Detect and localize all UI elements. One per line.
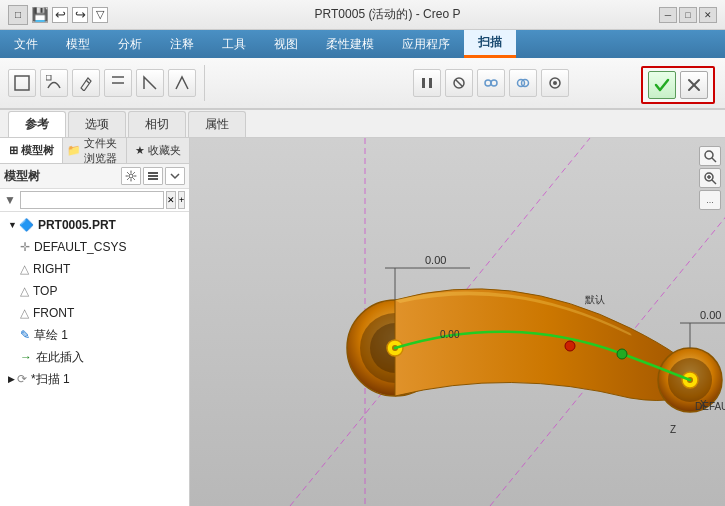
tree-item-sketch1[interactable]: ✎ 草绘 1 (0, 324, 189, 346)
panel-tab-favorites[interactable]: ★ 收藏夹 (127, 138, 189, 163)
redo-icon[interactable]: ↪ (72, 7, 88, 23)
tab-tangent[interactable]: 相切 (128, 111, 186, 137)
sweep-expand-arrow: ▶ (8, 374, 15, 384)
tree-item-root-label: PRT0005.PRT (38, 218, 116, 232)
tab-reference[interactable]: 参考 (8, 111, 66, 137)
ribbon-sep-1 (204, 65, 205, 101)
menu-annotation[interactable]: 注释 (156, 30, 208, 58)
svg-line-2 (86, 80, 89, 83)
tree-item-front[interactable]: △ FRONT (0, 302, 189, 324)
search-input[interactable] (20, 191, 164, 209)
svg-text:Z: Z (670, 424, 676, 435)
menu-model[interactable]: 模型 (52, 30, 104, 58)
window-controls[interactable]: ─ □ ✕ (659, 7, 717, 23)
svg-rect-3 (422, 78, 425, 88)
menu-scan[interactable]: 扫描 (464, 30, 516, 58)
search-add-btn[interactable]: + (178, 191, 185, 209)
zoom-out-btn[interactable]: ... (699, 190, 721, 210)
right-mini-toolbar: ... (699, 146, 721, 210)
stop-btn[interactable] (445, 69, 473, 97)
undo-icon[interactable]: ↩ (52, 7, 68, 23)
zoom-fit-btn[interactable] (699, 146, 721, 166)
front-plane-icon: △ (20, 306, 29, 320)
reference-btn[interactable] (477, 69, 505, 97)
tree-item-root[interactable]: ▼ 🔷 PRT0005.PRT (0, 214, 189, 236)
menu-file[interactable]: 文件 (0, 30, 52, 58)
tree-item-csys-label: DEFAULT_CSYS (34, 240, 126, 254)
menu-view[interactable]: 视图 (260, 30, 312, 58)
search-row: ▼ ✕ + (0, 189, 189, 212)
panel-tab-filebrowser-label: 文件夹浏览器 (84, 136, 121, 166)
panel-tab-favorites-label: 收藏夹 (148, 143, 181, 158)
search-clear-btn[interactable]: ✕ (166, 191, 176, 209)
svg-point-45 (705, 151, 713, 159)
insert-icon: → (20, 350, 32, 364)
panel-tab-modeltree[interactable]: ⊞ 模型树 (0, 138, 63, 163)
menu-flex[interactable]: 柔性建模 (312, 30, 388, 58)
cancel-btn[interactable] (680, 71, 708, 99)
svg-point-12 (553, 81, 557, 85)
pause-btn[interactable] (413, 69, 441, 97)
tree-expand-btn[interactable] (165, 167, 185, 185)
tree-settings-btn[interactable] (121, 167, 141, 185)
zoom-in-btn[interactable] (699, 168, 721, 188)
minimize-btn[interactable]: ─ (659, 7, 677, 23)
svg-point-33 (617, 349, 627, 359)
svg-line-48 (712, 180, 716, 184)
left-panel: ⊞ 模型树 📁 文件夹浏览器 ★ 收藏夹 模型树 (0, 138, 190, 506)
window-title: PRT0005 (活动的) - Creo P (116, 6, 659, 23)
top-plane-icon: △ (20, 284, 29, 298)
tree-item-sweep1[interactable]: ▶ ⟳ *扫描 1 (0, 368, 189, 390)
star-icon: ★ (135, 144, 145, 157)
tab-options[interactable]: 选项 (68, 111, 126, 137)
customize-icon[interactable]: ▽ (92, 7, 108, 23)
tree-toolbar (121, 167, 185, 185)
intersect-btn[interactable] (509, 69, 537, 97)
tree-item-right[interactable]: △ RIGHT (0, 258, 189, 280)
ribbon-btn-6[interactable] (168, 69, 196, 97)
ribbon-btn-4[interactable] (104, 69, 132, 97)
viewport[interactable]: 0.00 0.00 DEFAULT_CSYS Z X 0.00 默认 (190, 138, 725, 506)
model-viewport-svg: 0.00 0.00 DEFAULT_CSYS Z X 0.00 默认 (190, 138, 725, 506)
ribbon-btn-3[interactable] (72, 69, 100, 97)
feature-btn[interactable] (541, 69, 569, 97)
sweep-icon: ⟳ (17, 372, 27, 386)
ribbon-btn-5[interactable] (136, 69, 164, 97)
panel-tab-filebrowser[interactable]: 📁 文件夹浏览器 (63, 138, 126, 163)
svg-rect-4 (429, 78, 432, 88)
svg-text:0.00: 0.00 (425, 254, 446, 266)
svg-rect-16 (148, 172, 158, 174)
tree-items: ▼ 🔷 PRT0005.PRT ✛ DEFAULT_CSYS △ RIGHT △… (0, 212, 189, 506)
menu-tools[interactable]: 工具 (208, 30, 260, 58)
modeltree-header: 模型树 (0, 164, 189, 189)
svg-rect-18 (148, 178, 158, 180)
tree-item-csys[interactable]: ✛ DEFAULT_CSYS (0, 236, 189, 258)
svg-text:0.00: 0.00 (700, 309, 721, 321)
maximize-btn[interactable]: □ (679, 7, 697, 23)
panel-tabs: ⊞ 模型树 📁 文件夹浏览器 ★ 收藏夹 (0, 138, 189, 164)
sketch-icon: ✎ (20, 328, 30, 342)
ribbon-btn-1[interactable] (8, 69, 36, 97)
confirm-cancel-area (641, 66, 715, 104)
titlebar-icons: □ 💾 ↩ ↪ ▽ (8, 5, 108, 25)
ribbon-btn-2[interactable] (40, 69, 68, 97)
save-icon[interactable]: 💾 (32, 7, 48, 23)
tree-item-insert-label: 在此插入 (36, 349, 84, 366)
modeltree-icon: ⊞ (9, 144, 18, 157)
menu-analysis[interactable]: 分析 (104, 30, 156, 58)
confirm-btn[interactable] (648, 71, 676, 99)
menu-app[interactable]: 应用程序 (388, 30, 464, 58)
tab-properties[interactable]: 属性 (188, 111, 246, 137)
tree-item-top[interactable]: △ TOP (0, 280, 189, 302)
tree-columns-btn[interactable] (143, 167, 163, 185)
tree-item-insert[interactable]: → 在此插入 (0, 346, 189, 368)
svg-rect-17 (148, 175, 158, 177)
folder-icon: 📁 (67, 144, 81, 157)
svg-text:X: X (700, 399, 707, 410)
svg-rect-1 (46, 75, 51, 80)
modeltree-title: 模型树 (4, 168, 40, 185)
close-btn[interactable]: ✕ (699, 7, 717, 23)
svg-point-32 (565, 341, 575, 351)
svg-point-8 (491, 80, 497, 86)
menubar: 文件 模型 分析 注释 工具 视图 柔性建模 应用程序 扫描 (0, 30, 725, 58)
